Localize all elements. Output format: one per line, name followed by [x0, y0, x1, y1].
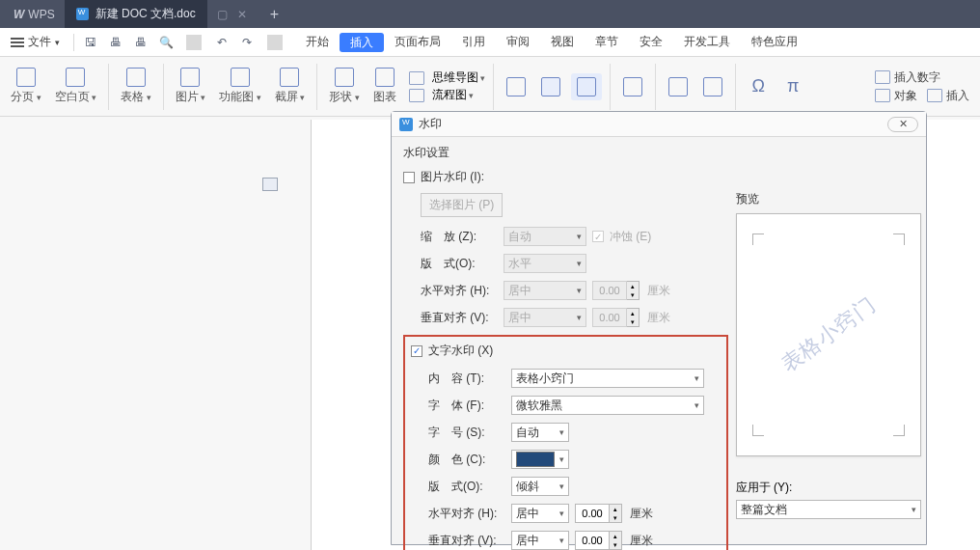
ribbon-insert[interactable]: 插入 — [927, 88, 969, 104]
text-watermark-checkbox[interactable]: ✓ — [411, 345, 422, 357]
tab-references[interactable]: 引用 — [451, 28, 496, 56]
ribbon-shapes[interactable]: 形状 — [325, 66, 364, 107]
file-menu[interactable]: 文件 ▾ — [6, 32, 65, 52]
app-name: WPS — [28, 8, 54, 21]
text-format-select[interactable]: 倾斜▾ — [511, 477, 569, 496]
document-tab[interactable]: 新建 DOC 文档.doc — [65, 0, 207, 28]
select-picture-button: 选择图片 (P) — [421, 193, 503, 217]
save-icon[interactable]: 🖫 — [83, 35, 98, 50]
print-preview-icon[interactable]: 🖶 — [133, 35, 149, 50]
tab-review[interactable]: 审阅 — [496, 28, 540, 56]
text-watermark-label: 文字水印 (X) — [428, 343, 493, 359]
doc-icon — [76, 8, 89, 20]
ribbon-comment[interactable] — [618, 75, 647, 98]
picture-watermark-group: 图片水印 (I): 选择图片 (P) 缩 放 (Z): 自动▾ ✓ 冲蚀 (E)… — [403, 169, 728, 329]
ribbon-symbol-omega[interactable]: Ω — [744, 74, 773, 98]
ribbon-watermark[interactable] — [571, 73, 602, 100]
ribbon-picture[interactable]: 图片 — [172, 66, 210, 107]
quick-access-toolbar: 🖫 🖶 🖶 🔍 ↶ ↷ — [83, 35, 286, 50]
ribbon-function-pic[interactable]: 功能图 — [215, 66, 265, 107]
tab-insert[interactable]: 插入 — [340, 33, 384, 52]
dialog-titlebar: 水印 ✕ — [392, 112, 926, 137]
pic-valign-spin: ▴▾ — [592, 308, 640, 327]
pic-halign-select: 居中▾ — [504, 281, 586, 300]
pic-format-select: 水平▾ — [504, 254, 586, 273]
dialog-icon — [399, 118, 413, 131]
tab-view[interactable]: 视图 — [540, 28, 585, 56]
tab-start[interactable]: 开始 — [295, 28, 340, 56]
ribbon-object[interactable]: 对象 — [875, 88, 917, 104]
ribbon-blank-page[interactable]: 空白页 — [51, 66, 101, 107]
ribbon: 分页 空白页 表格 图片 功能图 截屏 形状 图表 思维导图 流程图 Ω π 插… — [0, 57, 980, 117]
ribbon-textbox[interactable] — [664, 75, 693, 98]
preview-column: 预览 表格小窍门 应用于 (Y): 整篇文档▾ — [736, 145, 921, 550]
picture-watermark-checkbox[interactable] — [403, 172, 415, 183]
new-tab-button[interactable]: + — [257, 0, 292, 28]
ribbon-chart[interactable]: 图表 — [369, 66, 400, 107]
ribbon-screenshot[interactable]: 截屏 — [271, 66, 310, 107]
text-halign-select[interactable]: 居中▾ — [511, 504, 569, 523]
color-chip — [516, 452, 555, 467]
text-valign-spin[interactable]: ▴▾ — [575, 531, 622, 550]
tab-security[interactable]: 安全 — [629, 28, 673, 56]
print-icon[interactable]: 🖶 — [108, 35, 123, 50]
redo-icon[interactable]: ↷ — [239, 35, 255, 50]
ribbon-table[interactable]: 表格 — [117, 66, 155, 107]
tab-special[interactable]: 特色应用 — [741, 28, 808, 56]
ribbon-insert-number[interactable]: 插入数字 — [875, 69, 969, 86]
text-size-select[interactable]: 自动▾ — [511, 423, 569, 442]
preview-title: 预览 — [736, 191, 921, 207]
text-content-select[interactable]: 表格小窍门▾ — [511, 369, 704, 388]
tab-window-icon[interactable]: ▢ — [217, 8, 228, 21]
ribbon-symbol-pi[interactable]: π — [778, 74, 807, 98]
wash-checkbox: ✓ — [592, 231, 604, 242]
navigation-pane-icon[interactable] — [262, 178, 278, 191]
apply-to-label: 应用于 (Y): — [736, 480, 793, 496]
menubar: 文件 ▾ 🖫 🖶 🖶 🔍 ↶ ↷ 开始 插入 页面布局 引用 审阅 视图 章节 … — [0, 28, 980, 57]
text-watermark-group: ✓ 文字水印 (X) 内 容 (T): 表格小窍门▾ 字 体 (F): 微软雅黑… — [403, 335, 728, 550]
text-color-select[interactable]: ▾ — [511, 450, 569, 469]
dialog-title: 水印 — [419, 116, 442, 132]
ribbon-header-footer[interactable] — [502, 75, 531, 98]
titlebar: W WPS 新建 DOC 文档.doc ▢ ✕ + — [0, 0, 980, 28]
tab-controls: ▢ ✕ — [207, 0, 257, 28]
preview-watermark-text: 表格小窍门 — [775, 290, 882, 379]
preview-page: 表格小窍门 — [736, 213, 921, 456]
settings-title: 水印设置 — [403, 145, 728, 161]
ribbon-page-number[interactable] — [536, 75, 565, 98]
text-valign-select[interactable]: 居中▾ — [511, 531, 569, 550]
apply-to-select[interactable]: 整篇文档▾ — [736, 500, 921, 519]
pic-valign-select: 居中▾ — [504, 308, 586, 327]
undo-icon[interactable]: ↶ — [214, 35, 230, 50]
watermark-dialog: 水印 ✕ 水印设置 图片水印 (I): 选择图片 (P) 缩 放 (Z): 自动… — [391, 111, 927, 545]
text-halign-spin[interactable]: ▴▾ — [575, 504, 622, 523]
document-tab-title: 新建 DOC 文档.doc — [95, 6, 196, 22]
dialog-close-button[interactable]: ✕ — [887, 117, 918, 132]
wash-label: 冲蚀 (E) — [610, 229, 651, 245]
text-font-select[interactable]: 微软雅黑▾ — [511, 396, 704, 415]
tab-page-layout[interactable]: 页面布局 — [384, 28, 451, 56]
app-logo: W WPS — [0, 0, 65, 28]
pic-zoom-select: 自动▾ — [504, 227, 586, 246]
tab-close-icon[interactable]: ✕ — [237, 8, 247, 21]
ribbon-wordart[interactable] — [698, 75, 727, 98]
tab-chapter[interactable]: 章节 — [585, 28, 629, 56]
ribbon-page-break[interactable]: 分页 — [7, 66, 45, 107]
picture-watermark-label: 图片水印 (I): — [421, 169, 484, 185]
ribbon-tabs: 开始 插入 页面布局 引用 审阅 视图 章节 安全 开发工具 特色应用 — [295, 28, 808, 56]
pic-halign-spin: ▴▾ — [592, 281, 640, 300]
ribbon-flowchart[interactable]: 流程图 — [409, 87, 486, 103]
hamburger-icon — [11, 38, 24, 47]
tab-developer[interactable]: 开发工具 — [673, 28, 741, 56]
ribbon-mindmap[interactable]: 思维导图 — [409, 69, 486, 86]
preview-icon[interactable]: 🔍 — [158, 35, 174, 50]
